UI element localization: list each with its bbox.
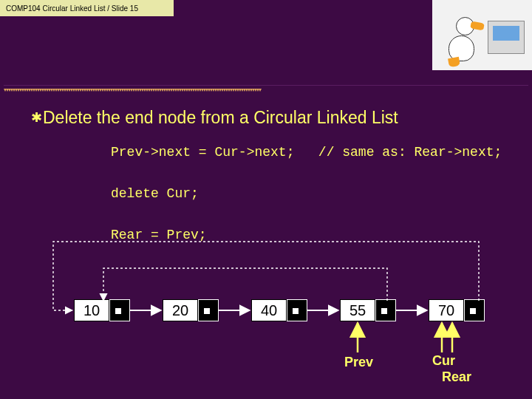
header-text: COMP104 Circular Linked List / Slide 15 xyxy=(6,4,138,13)
code-block: Prev->next = Cur->next; // same as: Rear… xyxy=(111,143,502,245)
slide: COMP104 Circular Linked List / Slide 15 … xyxy=(0,0,532,399)
code-line-2: delete Cur; xyxy=(111,186,199,201)
code-comment: // same as: Rear->next; xyxy=(318,145,502,160)
computer-icon xyxy=(488,21,525,54)
slide-header: COMP104 Circular Linked List / Slide 15 xyxy=(0,0,174,16)
title-word: Delete xyxy=(43,108,92,127)
prev-label: Prev xyxy=(344,355,373,370)
cur-label: Cur xyxy=(432,353,455,369)
title-rest: the end node from a Circular Linked List xyxy=(92,108,398,127)
divider-line xyxy=(4,85,528,86)
code-line-1a: Prev->next = Cur->next; xyxy=(111,145,294,160)
slide-title: ✱Delete the end node from a Circular Lin… xyxy=(30,108,398,128)
duck-icon xyxy=(441,6,485,65)
bullet-star-icon: ✱ xyxy=(30,109,43,126)
corner-illustration xyxy=(432,0,532,70)
divider-ornament xyxy=(4,86,528,92)
rear-label: Rear xyxy=(442,369,471,385)
